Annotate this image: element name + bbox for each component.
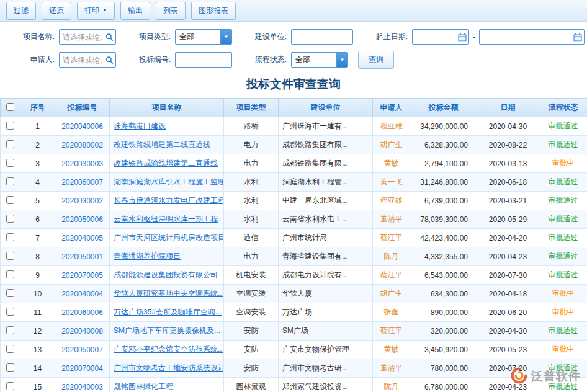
project-name-link[interactable]: 改建铁路成渝线增建第二直通线: [114, 159, 218, 167]
row-checkbox[interactable]: [6, 140, 14, 148]
bid-amount: 31,246,800.00: [410, 173, 477, 192]
bid-amount: 4,332,355.00: [410, 247, 477, 266]
calendar-icon[interactable]: [573, 33, 582, 41]
bid-number-link-cell: 2020040008: [55, 322, 110, 341]
bid-number-link-cell: 2020030003: [55, 154, 110, 173]
bid-amount: 6,739,000.00: [410, 192, 477, 210]
bid-number-link[interactable]: 2020040006: [61, 122, 103, 131]
row-index: 12: [20, 322, 55, 341]
project-name-link[interactable]: SM广场地下车库更换摄像机及...: [114, 326, 220, 335]
bid-number-link[interactable]: 2020070004: [61, 364, 103, 373]
bid-number-link[interactable]: 2020060006: [61, 308, 103, 317]
project-name-link[interactable]: 珠海鹤港口建设: [114, 122, 166, 130]
filter-button[interactable]: 过滤: [6, 2, 36, 20]
date: 2020-06-18: [477, 173, 539, 192]
bid-number-link[interactable]: 2020040005: [61, 234, 103, 243]
bid-number-link[interactable]: 2020050006: [61, 215, 103, 224]
project-name-link[interactable]: 广州市天河区统计局机房改造项目: [114, 233, 224, 242]
bid-number-link[interactable]: 2020050007: [61, 345, 103, 354]
project-name-link[interactable]: 湖南洞庭湖水库引水工程施工监理(I): [114, 177, 224, 186]
filter-row-1: 项目名称: 项目类型: 全部 ▼ 建设单位: 起止日期:: [0, 25, 587, 48]
bid-number-link[interactable]: 2020030003: [61, 159, 103, 168]
construction-unit: 成都电力设计院有...: [279, 266, 373, 285]
row-index: 3: [20, 154, 55, 173]
row-checkbox[interactable]: [6, 233, 14, 241]
results-table: 序号 投标编号 项目名称 项目类型 建设单位 申请人 投标金额 日期 流程状态 …: [0, 98, 587, 392]
search-icon[interactable]: [105, 33, 114, 41]
status-badge: 审批通过: [539, 192, 587, 210]
row-checkbox[interactable]: [6, 345, 14, 353]
row-checkbox[interactable]: [6, 289, 14, 297]
status-badge: 审批中: [539, 341, 587, 359]
row-checkbox-cell: [1, 322, 20, 341]
row-checkbox-cell: [1, 229, 20, 247]
calendar-icon[interactable]: [458, 33, 467, 41]
project-name-link[interactable]: 长春市伊通河水力发电厂改建工程: [114, 196, 224, 205]
project-type-select[interactable]: 全部 ▼: [175, 29, 232, 45]
construction-unit: 广州市统计局: [279, 229, 373, 247]
row-checkbox[interactable]: [6, 196, 14, 204]
project-name-link[interactable]: 晟铭园林绿化工程: [114, 382, 173, 391]
row-index: 11: [20, 303, 55, 322]
row-index: 8: [20, 247, 55, 266]
row-checkbox[interactable]: [6, 382, 14, 390]
project-name-link[interactable]: 广州市文物考古工地安防系统设计: [114, 363, 224, 372]
construction-unit: 成都铁路集团有限...: [279, 154, 373, 173]
bid-number-link[interactable]: 2020070005: [61, 271, 103, 280]
bid-number-link[interactable]: 2020030002: [61, 197, 103, 205]
bid-number-link[interactable]: 2020060007: [61, 178, 103, 187]
table-row: 12020040006珠海鹤港口建设路桥广州珠海市一建有...程亚雄34,290…: [1, 117, 587, 136]
row-checkbox[interactable]: [6, 177, 14, 185]
status-badge: 审批通过: [539, 136, 587, 154]
bid-number-link[interactable]: 2020080002: [61, 141, 103, 149]
header-project-name: 项目名称: [110, 99, 224, 117]
search-icon[interactable]: [105, 56, 114, 64]
row-checkbox[interactable]: [6, 122, 14, 130]
project-name-link[interactable]: 青海洪湖养护院项目: [114, 252, 181, 261]
row-checkbox[interactable]: [6, 252, 14, 260]
applicant: 胡广生: [373, 285, 410, 303]
bid-number-input[interactable]: [175, 52, 232, 68]
project-name-link[interactable]: 改建铁路线增建第二线直通线: [114, 140, 210, 149]
status-badge: 审批通过: [539, 378, 587, 392]
construction-unit: 万达广场: [279, 303, 373, 322]
project-name-link[interactable]: 广安邓小平纪念馆安全防范系统...: [114, 345, 224, 354]
row-checkbox[interactable]: [6, 270, 14, 278]
end-date-input[interactable]: [479, 29, 585, 45]
bid-number-link[interactable]: 2020040004: [61, 290, 103, 298]
status-badge: 审批中: [539, 303, 587, 322]
construction-unit-input[interactable]: [291, 29, 353, 45]
project-name-link[interactable]: 成都能源建设集团投资有限公司: [114, 270, 218, 279]
bid-number-link[interactable]: 2020040003: [61, 383, 103, 391]
row-checkbox[interactable]: [6, 326, 14, 334]
construction-unit-label: 建设单位:: [247, 32, 287, 42]
select-all-checkbox[interactable]: [6, 103, 14, 111]
graph-report-button[interactable]: 图形报表: [191, 2, 236, 20]
print-button[interactable]: 打印 ▼: [77, 2, 115, 20]
row-checkbox[interactable]: [6, 363, 14, 372]
bid-amount: 78,039,300.00: [410, 210, 477, 229]
project-name-filter: 项目名称:: [15, 29, 116, 45]
row-index: 1: [20, 117, 55, 136]
project-name-link[interactable]: 万达广场35#会所及咖啡厅空调...: [114, 308, 222, 316]
project-type-label: 项目类型:: [131, 32, 171, 42]
applicant: 黄敏: [373, 341, 410, 359]
row-checkbox-cell: [1, 285, 20, 303]
project-name-link[interactable]: 云南水利枢纽浔明水库一期工程: [114, 215, 218, 223]
row-checkbox[interactable]: [6, 215, 14, 223]
bid-number-link[interactable]: 2020050001: [61, 252, 103, 261]
query-button[interactable]: 查询: [358, 51, 394, 69]
chevron-down-icon: ▼: [336, 53, 347, 67]
row-checkbox[interactable]: [6, 159, 14, 167]
project-name-link[interactable]: 华软大厦研究基地中央空调系统...: [114, 289, 224, 298]
bid-number-filter: 投标编号:: [131, 52, 232, 68]
export-button[interactable]: 输出: [120, 2, 150, 20]
restore-button[interactable]: 还原: [42, 2, 71, 20]
date: 2020-05-29: [477, 210, 539, 229]
bid-number-link[interactable]: 2020040008: [61, 327, 103, 336]
row-checkbox[interactable]: [6, 308, 14, 316]
row-index: 14: [20, 359, 55, 378]
table-row: 32020030003改建铁路成渝线增建第二直通线电力成都铁路集团有限...黄敏…: [1, 154, 587, 173]
flow-status-select[interactable]: 全部 ▼: [291, 52, 348, 68]
list-view-button[interactable]: 列表: [156, 2, 186, 20]
